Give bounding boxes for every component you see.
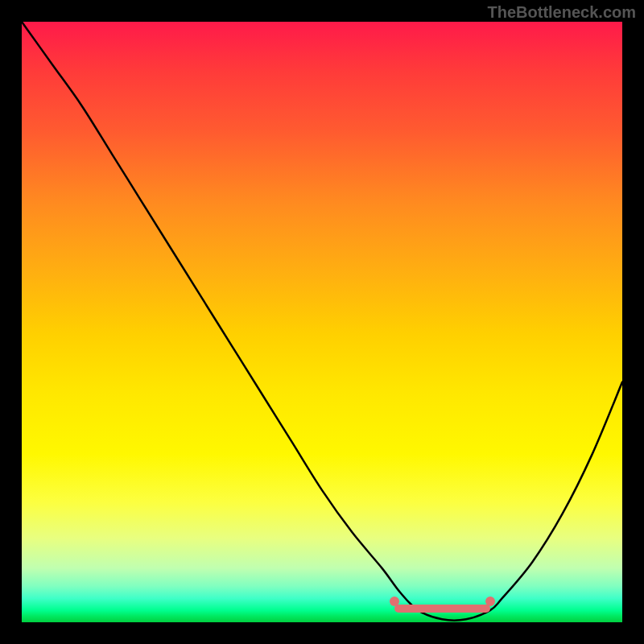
optimal-range-band — [394, 605, 490, 613]
watermark-text: TheBottleneck.com — [488, 3, 636, 22]
bottleneck-curve-line — [22, 22, 622, 621]
chart-curve-svg — [22, 22, 622, 622]
chart-plot-area — [22, 22, 622, 622]
optimal-range-dot-left — [390, 597, 399, 606]
optimal-range-dot-right — [485, 597, 495, 606]
